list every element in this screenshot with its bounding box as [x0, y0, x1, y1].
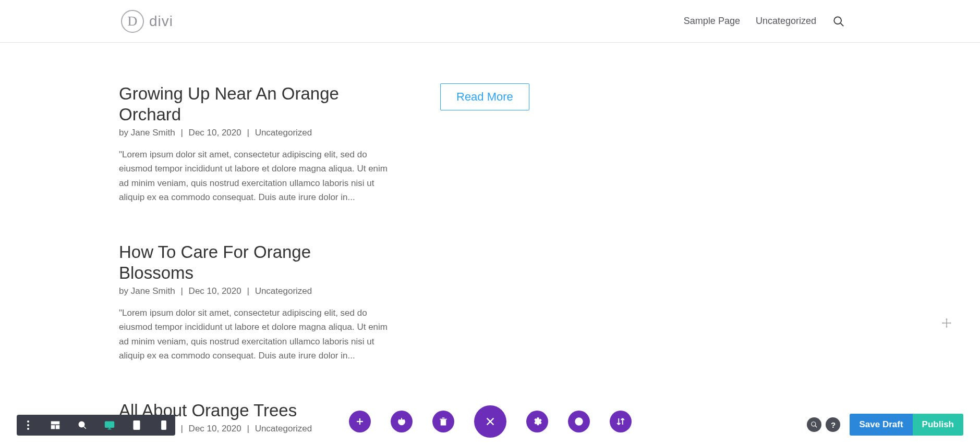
publish-button[interactable]: Publish: [913, 414, 963, 436]
post-date: Dec 10, 2020: [189, 128, 241, 138]
builder-right-actions: ? Save Draft Publish: [807, 414, 963, 436]
post-excerpt: "Lorem ipsum dolor sit amet, consectetur…: [119, 443, 390, 446]
read-more-button[interactable]: Read More: [440, 83, 529, 110]
post-title[interactable]: How To Care For Orange Blossoms: [119, 242, 390, 283]
more-options-icon[interactable]: [22, 419, 34, 431]
svg-rect-5: [52, 426, 55, 429]
primary-nav: Sample Page Uncategorized: [684, 16, 844, 27]
post-excerpt: "Lorem ipsum dolor sit amet, consectetur…: [119, 306, 390, 363]
meta-separator: |: [178, 128, 186, 138]
phone-view-icon[interactable]: [158, 419, 170, 431]
post-date: Dec 10, 2020: [189, 424, 241, 433]
logo-letter: D: [128, 14, 138, 29]
drag-handle-icon[interactable]: [940, 317, 953, 329]
svg-rect-18: [441, 420, 445, 425]
save-draft-button[interactable]: Save Draft: [850, 414, 912, 436]
meta-separator: |: [178, 286, 186, 296]
svg-point-26: [812, 422, 816, 426]
post-by-label: by: [119, 286, 131, 296]
site-logo[interactable]: D divi: [121, 10, 684, 33]
post-meta: by Jane Smith | Dec 10, 2020 | Uncategor…: [119, 286, 390, 296]
content-area: Growing Up Near An Orange Orchard by Jan…: [0, 43, 980, 446]
post-category-link[interactable]: Uncategorized: [255, 128, 312, 138]
svg-point-7: [79, 422, 84, 427]
post-by-label: by: [119, 128, 131, 138]
meta-separator: |: [245, 128, 252, 138]
builder-search-icon[interactable]: [807, 417, 821, 432]
builder-toolbar: ? Save Draft Publish: [0, 415, 980, 436]
desktop-view-icon[interactable]: [103, 419, 116, 431]
svg-line-1: [841, 23, 844, 26]
nav-link-uncategorized[interactable]: Uncategorized: [756, 16, 816, 27]
builder-center-actions: [349, 405, 632, 438]
post-item: Growing Up Near An Orange Orchard by Jan…: [119, 83, 390, 204]
sort-button[interactable]: [610, 411, 632, 432]
add-button[interactable]: [349, 411, 371, 432]
settings-button[interactable]: [526, 411, 548, 432]
site-header: D divi Sample Page Uncategorized: [0, 0, 980, 43]
svg-rect-9: [105, 422, 114, 427]
svg-point-15: [163, 428, 164, 429]
post-meta: by Jane Smith | Dec 10, 2020 | Uncategor…: [119, 128, 390, 138]
post-excerpt: "Lorem ipsum dolor sit amet, consectetur…: [119, 147, 390, 204]
close-builder-button[interactable]: [474, 405, 506, 438]
zoom-icon[interactable]: [76, 419, 89, 431]
svg-rect-4: [52, 422, 59, 424]
delete-button[interactable]: [432, 411, 454, 432]
device-tray: [17, 415, 175, 436]
svg-line-27: [815, 426, 817, 428]
wireframe-view-icon[interactable]: [49, 419, 62, 431]
logo-text: divi: [149, 13, 173, 30]
post-item: How To Care For Orange Blossoms by Jane …: [119, 242, 390, 363]
logo-mark: D: [121, 10, 144, 33]
svg-rect-6: [56, 426, 59, 429]
svg-point-0: [834, 17, 841, 24]
power-button[interactable]: [391, 411, 413, 432]
nav-link-sample-page[interactable]: Sample Page: [684, 16, 740, 27]
svg-line-8: [83, 426, 86, 429]
post-category-link[interactable]: Uncategorized: [255, 424, 312, 433]
post-author-link[interactable]: Jane Smith: [131, 286, 175, 296]
post-title[interactable]: Growing Up Near An Orange Orchard: [119, 83, 390, 125]
meta-separator: |: [245, 424, 252, 433]
meta-separator: |: [245, 286, 252, 296]
tablet-view-icon[interactable]: [130, 419, 143, 431]
history-button[interactable]: [568, 411, 590, 432]
search-icon[interactable]: [833, 16, 844, 27]
post-author-link[interactable]: Jane Smith: [131, 128, 175, 138]
svg-point-13: [136, 428, 137, 429]
post-category-link[interactable]: Uncategorized: [255, 286, 312, 296]
help-icon[interactable]: ?: [826, 417, 840, 432]
posts-column: Growing Up Near An Orange Orchard by Jan…: [119, 83, 390, 446]
post-date: Dec 10, 2020: [189, 286, 241, 296]
meta-separator: |: [178, 424, 186, 433]
